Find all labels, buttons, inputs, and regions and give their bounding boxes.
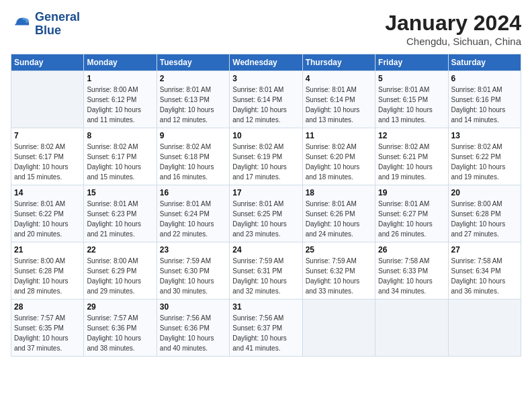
day-number: 1 <box>87 74 153 83</box>
logo: General Blue <box>11 11 80 38</box>
day-number: 19 <box>378 188 445 197</box>
calendar-week-row: 21Sunrise: 8:00 AMSunset: 6:28 PMDayligh… <box>11 242 521 300</box>
calendar-cell <box>375 300 448 357</box>
calendar-week-row: 14Sunrise: 8:01 AMSunset: 6:22 PMDayligh… <box>11 185 521 242</box>
day-info: Sunrise: 8:02 AMSunset: 6:22 PMDaylight:… <box>451 142 518 182</box>
calendar-cell: 3Sunrise: 8:01 AMSunset: 6:14 PMDaylight… <box>230 71 302 128</box>
day-info: Sunrise: 8:01 AMSunset: 6:22 PMDaylight:… <box>14 199 81 239</box>
calendar-cell: 19Sunrise: 8:01 AMSunset: 6:27 PMDayligh… <box>375 185 448 242</box>
day-info: Sunrise: 8:01 AMSunset: 6:24 PMDaylight:… <box>160 199 226 239</box>
day-info: Sunrise: 8:00 AMSunset: 6:28 PMDaylight:… <box>14 256 81 296</box>
day-number: 7 <box>14 131 81 140</box>
calendar-cell: 13Sunrise: 8:02 AMSunset: 6:22 PMDayligh… <box>448 128 521 185</box>
day-info: Sunrise: 8:01 AMSunset: 6:13 PMDaylight:… <box>160 85 226 125</box>
calendar-cell: 10Sunrise: 8:02 AMSunset: 6:19 PMDayligh… <box>230 128 302 185</box>
day-info: Sunrise: 8:00 AMSunset: 6:28 PMDaylight:… <box>451 199 518 239</box>
calendar-cell: 30Sunrise: 7:56 AMSunset: 6:36 PMDayligh… <box>157 300 229 357</box>
weekday-header: Tuesday <box>157 54 229 71</box>
day-info: Sunrise: 8:01 AMSunset: 6:14 PMDaylight:… <box>232 85 299 125</box>
weekday-header: Saturday <box>448 54 521 71</box>
calendar-cell: 22Sunrise: 8:00 AMSunset: 6:29 PMDayligh… <box>84 242 157 300</box>
day-number: 22 <box>87 245 153 255</box>
calendar-week-row: 7Sunrise: 8:02 AMSunset: 6:17 PMDaylight… <box>11 128 521 185</box>
day-number: 23 <box>160 245 226 255</box>
location: Chengdu, Sichuan, China <box>385 36 521 47</box>
day-number: 31 <box>232 302 299 312</box>
calendar-cell: 11Sunrise: 8:02 AMSunset: 6:20 PMDayligh… <box>302 128 375 185</box>
day-info: Sunrise: 8:01 AMSunset: 6:23 PMDaylight:… <box>87 199 153 239</box>
day-number: 2 <box>160 74 226 83</box>
day-info: Sunrise: 8:00 AMSunset: 6:29 PMDaylight:… <box>87 256 153 296</box>
calendar-cell: 7Sunrise: 8:02 AMSunset: 6:17 PMDaylight… <box>11 128 84 185</box>
day-number: 3 <box>232 74 299 83</box>
weekday-header: Sunday <box>11 54 84 71</box>
day-info: Sunrise: 8:02 AMSunset: 6:21 PMDaylight:… <box>378 142 445 182</box>
calendar-cell: 25Sunrise: 7:59 AMSunset: 6:32 PMDayligh… <box>302 242 375 300</box>
calendar-table: SundayMondayTuesdayWednesdayThursdayFrid… <box>11 54 521 357</box>
calendar-cell: 28Sunrise: 7:57 AMSunset: 6:35 PMDayligh… <box>11 300 84 357</box>
day-info: Sunrise: 7:59 AMSunset: 6:30 PMDaylight:… <box>160 256 226 296</box>
day-info: Sunrise: 8:02 AMSunset: 6:20 PMDaylight:… <box>306 142 372 182</box>
day-number: 18 <box>306 188 372 197</box>
calendar-cell: 4Sunrise: 8:01 AMSunset: 6:14 PMDaylight… <box>302 71 375 128</box>
calendar-cell: 21Sunrise: 8:00 AMSunset: 6:28 PMDayligh… <box>11 242 84 300</box>
day-number: 9 <box>160 131 226 140</box>
day-number: 4 <box>306 74 372 83</box>
day-info: Sunrise: 7:57 AMSunset: 6:35 PMDaylight:… <box>14 313 81 353</box>
day-info: Sunrise: 8:01 AMSunset: 6:27 PMDaylight:… <box>378 199 445 239</box>
day-info: Sunrise: 8:02 AMSunset: 6:18 PMDaylight:… <box>160 142 226 182</box>
calendar-cell: 29Sunrise: 7:57 AMSunset: 6:36 PMDayligh… <box>84 300 157 357</box>
day-info: Sunrise: 7:59 AMSunset: 6:31 PMDaylight:… <box>232 256 299 296</box>
day-number: 20 <box>451 188 518 197</box>
day-number: 14 <box>14 188 81 197</box>
day-number: 13 <box>451 131 518 140</box>
day-info: Sunrise: 8:01 AMSunset: 6:25 PMDaylight:… <box>232 199 299 239</box>
calendar-cell: 26Sunrise: 7:58 AMSunset: 6:33 PMDayligh… <box>375 242 448 300</box>
day-number: 16 <box>160 188 226 197</box>
calendar-week-row: 28Sunrise: 7:57 AMSunset: 6:35 PMDayligh… <box>11 300 521 357</box>
calendar-cell: 1Sunrise: 8:00 AMSunset: 6:12 PMDaylight… <box>84 71 157 128</box>
day-number: 27 <box>451 245 518 255</box>
weekday-header: Wednesday <box>230 54 302 71</box>
day-number: 8 <box>87 131 153 140</box>
calendar-cell: 15Sunrise: 8:01 AMSunset: 6:23 PMDayligh… <box>84 185 157 242</box>
day-info: Sunrise: 7:58 AMSunset: 6:34 PMDaylight:… <box>451 256 518 296</box>
day-number: 15 <box>87 188 153 197</box>
day-number: 5 <box>378 74 445 83</box>
calendar-cell <box>11 71 84 128</box>
calendar-cell: 31Sunrise: 7:56 AMSunset: 6:37 PMDayligh… <box>230 300 302 357</box>
calendar-week-row: 1Sunrise: 8:00 AMSunset: 6:12 PMDaylight… <box>11 71 521 128</box>
svg-rect-0 <box>15 24 29 25</box>
day-number: 6 <box>451 74 518 83</box>
day-number: 11 <box>306 131 372 140</box>
calendar-cell: 2Sunrise: 8:01 AMSunset: 6:13 PMDaylight… <box>157 71 229 128</box>
calendar-cell <box>302 300 375 357</box>
day-number: 28 <box>14 302 81 312</box>
month-title: January 2024 <box>385 11 521 36</box>
day-info: Sunrise: 8:01 AMSunset: 6:16 PMDaylight:… <box>451 85 518 125</box>
calendar-cell: 12Sunrise: 8:02 AMSunset: 6:21 PMDayligh… <box>375 128 448 185</box>
day-info: Sunrise: 7:59 AMSunset: 6:32 PMDaylight:… <box>306 256 372 296</box>
day-number: 29 <box>87 302 153 312</box>
calendar-cell: 24Sunrise: 7:59 AMSunset: 6:31 PMDayligh… <box>230 242 302 300</box>
day-info: Sunrise: 8:01 AMSunset: 6:15 PMDaylight:… <box>378 85 445 125</box>
day-info: Sunrise: 7:58 AMSunset: 6:33 PMDaylight:… <box>378 256 445 296</box>
day-info: Sunrise: 8:02 AMSunset: 6:17 PMDaylight:… <box>14 142 81 182</box>
calendar-cell: 14Sunrise: 8:01 AMSunset: 6:22 PMDayligh… <box>11 185 84 242</box>
calendar-cell: 27Sunrise: 7:58 AMSunset: 6:34 PMDayligh… <box>448 242 521 300</box>
logo-text: General Blue <box>35 11 80 38</box>
calendar-cell: 17Sunrise: 8:01 AMSunset: 6:25 PMDayligh… <box>230 185 302 242</box>
calendar-header-row: SundayMondayTuesdayWednesdayThursdayFrid… <box>11 54 521 71</box>
day-info: Sunrise: 7:57 AMSunset: 6:36 PMDaylight:… <box>87 313 153 353</box>
calendar-cell: 23Sunrise: 7:59 AMSunset: 6:30 PMDayligh… <box>157 242 229 300</box>
calendar-cell: 5Sunrise: 8:01 AMSunset: 6:15 PMDaylight… <box>375 71 448 128</box>
calendar-cell: 20Sunrise: 8:00 AMSunset: 6:28 PMDayligh… <box>448 185 521 242</box>
calendar-cell: 6Sunrise: 8:01 AMSunset: 6:16 PMDaylight… <box>448 71 521 128</box>
calendar-cell: 18Sunrise: 8:01 AMSunset: 6:26 PMDayligh… <box>302 185 375 242</box>
calendar-cell: 9Sunrise: 8:02 AMSunset: 6:18 PMDaylight… <box>157 128 229 185</box>
day-number: 10 <box>232 131 299 140</box>
day-number: 17 <box>232 188 299 197</box>
day-info: Sunrise: 7:56 AMSunset: 6:36 PMDaylight:… <box>160 313 226 353</box>
weekday-header: Monday <box>84 54 157 71</box>
calendar-cell <box>448 300 521 357</box>
